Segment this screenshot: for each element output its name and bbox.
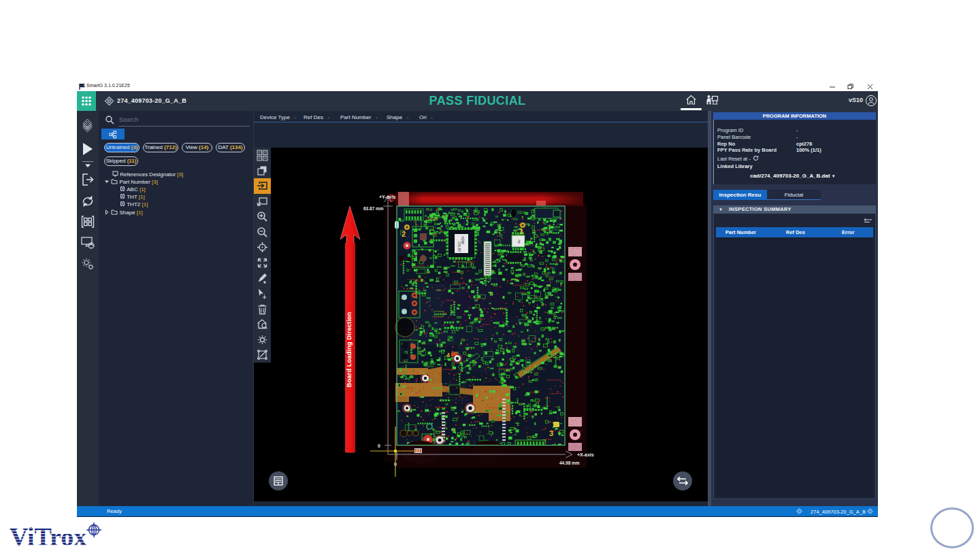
- svg-text:+Y-axis: +Y-axis: [379, 195, 395, 199]
- svg-text:2: 2: [402, 230, 406, 238]
- svg-text:63.87 mm: 63.87 mm: [363, 206, 384, 211]
- svg-text:P: P: [86, 126, 89, 130]
- svg-text:44.98 mm: 44.98 mm: [559, 461, 580, 465]
- svg-text:+X-axis: +X-axis: [577, 452, 594, 457]
- svg-text:4: 4: [446, 352, 450, 358]
- svg-text:DOLBY: DOLBY: [457, 241, 461, 252]
- svg-text:Board Loading Direction: Board Loading Direction: [345, 312, 353, 387]
- svg-text:0: 0: [378, 444, 380, 448]
- svg-text:750: 750: [517, 239, 521, 244]
- svg-text:ViTrox: ViTrox: [10, 522, 86, 551]
- svg-text:1: 1: [519, 227, 523, 235]
- svg-text:3: 3: [549, 429, 553, 437]
